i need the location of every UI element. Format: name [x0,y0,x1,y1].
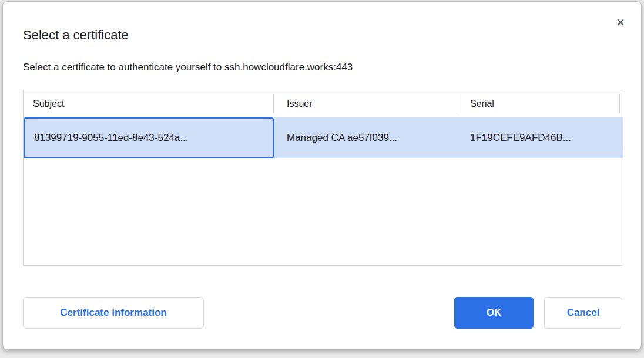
column-header-label: Serial [470,99,494,109]
column-header-issuer: Issuer [274,90,457,117]
certificate-row-selected[interactable]: 81399719-9055-11ed-8e43-524a... Managed … [24,117,623,158]
certificate-table: Subject Issuer Serial 81399719-9055-11ed… [23,90,623,266]
ok-button[interactable]: OK [454,297,534,329]
column-header-label: Issuer [287,99,313,109]
column-header-subject: Subject [24,90,274,117]
cancel-button[interactable]: Cancel [544,297,622,329]
close-button[interactable]: ✕ [612,13,629,31]
column-header-spacer [620,90,623,117]
close-icon: ✕ [616,17,625,28]
cell-subject: 81399719-9055-11ed-8e43-524a... [24,117,274,158]
column-header-label: Subject [33,99,64,109]
table-header: Subject Issuer Serial [24,90,623,117]
cell-serial: 1F19CEFE9AFD46B... [457,117,620,158]
dialog-subtitle: Select a certificate to authenticate you… [23,62,353,73]
certificate-select-dialog: ✕ Select a certificate Select a certific… [2,1,642,350]
cell-issuer: Managed CA ae57f039... [274,117,457,158]
column-header-serial: Serial [457,90,620,117]
certificate-information-button[interactable]: Certificate information [23,297,204,329]
dialog-title: Select a certificate [23,28,129,43]
